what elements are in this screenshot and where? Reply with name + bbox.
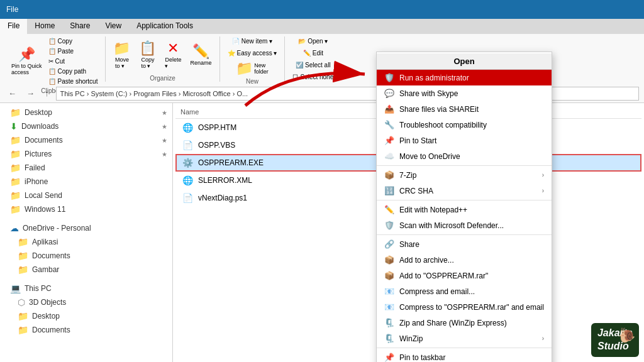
sidebar-item-label: Desktop: [32, 312, 60, 321]
tab-home[interactable]: Home: [27, 19, 62, 34]
tab-application-tools[interactable]: Application Tools: [129, 19, 201, 34]
ctx-pin-taskbar[interactable]: 📌 Pin to taskbar: [377, 349, 552, 362]
ctx-pin-start-label: Pin to Start: [399, 136, 436, 145]
move-onedrive-icon: ☁️: [384, 151, 394, 161]
ctx-edit-notepad[interactable]: ✏️ Edit with Notepad++: [377, 202, 552, 217]
sidebar-item-downloads[interactable]: ⬇ Downloads ★: [0, 119, 172, 133]
scan-defender-icon: 🛡️: [384, 221, 394, 230]
open-select-group: 📂 Open ▾ ✏️ Edit ☑️ Select all ☐ Select …: [285, 36, 341, 82]
sidebar-item-3dobjects[interactable]: ⬡ 3D Objects: [0, 295, 172, 309]
sidebar-item-documents3[interactable]: 📁 Documents: [0, 323, 172, 337]
ctx-share-label: Share: [399, 240, 419, 249]
sidebar-item-failed[interactable]: 📁 Failed: [0, 161, 172, 175]
ctx-winzip[interactable]: 🗜️ WinZip ›: [377, 331, 552, 346]
run-as-admin-icon: 🛡️: [384, 73, 394, 82]
sidebar-item-documents2[interactable]: 📁 Documents: [0, 249, 172, 263]
ctx-scan-defender[interactable]: 🛡️ Scan with Microsoft Defender...: [377, 217, 552, 233]
ctx-compress-rar-email[interactable]: 📧 Compress to "OSPPREARM.rar" and email: [377, 299, 552, 315]
ctx-move-onedrive[interactable]: ☁️ Move to OneDrive: [377, 148, 552, 164]
up-button[interactable]: ↑: [42, 87, 52, 99]
local-send-folder-icon: 📁: [10, 190, 21, 200]
failed-folder-icon: 📁: [10, 163, 21, 173]
clipboard-group: 📌 Pin to Quickaccess 📋 Copy 📋 Paste ✂ Cu…: [4, 36, 106, 82]
ctx-compress-email[interactable]: 📧 Compress and email...: [377, 283, 552, 299]
troubleshoot-icon: 🔧: [384, 120, 394, 129]
select-none-button[interactable]: ☐ Select none: [290, 72, 336, 82]
ctx-run-as-admin-label: Run as administrator: [399, 74, 469, 82]
scissors-icon: ✂: [48, 58, 53, 65]
open-button[interactable]: 📂 Open ▾: [296, 36, 330, 46]
sidebar-item-thispc[interactable]: 💻 This PC: [0, 282, 172, 295]
ctx-add-rar[interactable]: 📦 Add to "OSPPREARM.rar": [377, 268, 552, 283]
ctx-share-skype[interactable]: 💬 Share with Skype: [377, 85, 552, 101]
ctx-troubleshoot[interactable]: 🔧 Troubleshoot compatibility: [377, 117, 552, 133]
sidebar-item-pictures[interactable]: 📁 Pictures ★: [0, 147, 172, 161]
cut-button[interactable]: ✂ Cut: [46, 57, 101, 66]
sidebar-item-label: Documents: [25, 136, 63, 145]
easy-access-button[interactable]: ⭐ Easy access ▾: [225, 48, 280, 58]
context-menu: Open 🛡️ Run as administrator 💬 Share wit…: [376, 52, 552, 362]
sidebar-item-label: Local Send: [25, 191, 62, 200]
file-name: SLERROR.XML: [198, 176, 252, 185]
copy-button[interactable]: 📋 Copy: [46, 36, 101, 46]
ctx-pin-start[interactable]: 📌 Pin to Start: [377, 133, 552, 148]
sidebar-item-windows11[interactable]: 📁 Windows 11: [0, 202, 172, 216]
move-to-button[interactable]: 📁 Moveto ▾: [111, 40, 133, 70]
ctx-run-as-admin[interactable]: 🛡️ Run as administrator: [377, 70, 552, 85]
sidebar-item-desktop2[interactable]: 📁 Desktop: [0, 309, 172, 323]
sidebar-item-label: iPhone: [25, 177, 48, 186]
delete-button[interactable]: ✕ Delete▾: [162, 40, 184, 70]
select-none-icon: ☐: [292, 74, 298, 80]
paste-shortcut-button[interactable]: 📋 Paste shortcut: [46, 77, 101, 86]
column-name: Name: [180, 108, 199, 116]
sidebar-item-onedrive[interactable]: ☁ OneDrive - Personal: [0, 221, 172, 235]
ctx-add-archive[interactable]: 📦 Add to archive...: [377, 252, 552, 268]
separator2: [377, 200, 552, 200]
new-item-button[interactable]: 📄 New item ▾: [230, 36, 275, 46]
sidebar-item-local-send[interactable]: 📁 Local Send: [0, 189, 172, 202]
new-folder-icon: 📁: [236, 62, 253, 75]
edit-icon: ✏️: [303, 50, 311, 57]
select-all-label: Select all: [305, 62, 331, 69]
edit-notepad-icon: ✏️: [384, 205, 394, 214]
copy-path-button[interactable]: 📋 Copy path: [46, 67, 101, 76]
move-to-label: Moveto ▾: [115, 57, 129, 69]
select-all-button[interactable]: ☑️ Select all: [293, 60, 333, 70]
windows11-folder-icon: 📁: [10, 204, 21, 214]
ctx-crcsha[interactable]: 🔢 CRC SHA ›: [377, 183, 552, 199]
new-item-label: New item ▾: [242, 38, 272, 45]
copy-icon: 📋: [48, 38, 56, 45]
separator3: [377, 234, 552, 235]
sidebar-item-iphone[interactable]: 📁 iPhone: [0, 175, 172, 189]
ctx-share-shareit[interactable]: 📤 Share files via SHAREit: [377, 101, 552, 117]
paste-button[interactable]: 📋 Paste: [46, 47, 101, 56]
copy-to-button[interactable]: 📋 Copyto ▾: [136, 40, 158, 70]
move-to-icon: 📁: [113, 41, 130, 55]
ctx-share[interactable]: 🔗 Share: [377, 236, 552, 252]
rename-button[interactable]: ✏️ Rename: [187, 43, 214, 67]
sidebar-item-gambar[interactable]: 📁 Gambar: [0, 263, 172, 277]
open-icon: 📂: [298, 38, 306, 45]
3dobjects-icon: ⬡: [18, 297, 25, 307]
back-button[interactable]: ←: [5, 87, 19, 99]
copy-label: Copy: [58, 38, 72, 45]
gambar-folder-icon: 📁: [18, 265, 28, 275]
ctx-7zip[interactable]: 📦 7-Zip ›: [377, 167, 552, 183]
rename-label: Rename: [190, 60, 211, 66]
sidebar-item-label: Documents: [32, 251, 70, 260]
tab-share[interactable]: Share: [62, 19, 97, 34]
forward-button[interactable]: →: [23, 87, 38, 99]
ctx-zip-share[interactable]: 🗜️ Zip and Share (WinZip Express): [377, 315, 552, 331]
new-folder-button[interactable]: 📁 Newfolder: [233, 60, 271, 77]
edit-button[interactable]: ✏️ Edit: [301, 48, 326, 58]
pin-quick-access-button[interactable]: 📌 Pin to Quickaccess: [9, 47, 45, 77]
jakarta-studio-badge: Jakarta Studio 🐌: [591, 323, 639, 357]
zip-share-icon: 🗜️: [384, 318, 394, 327]
sidebar-item-documents[interactable]: 📁 Documents ★: [0, 133, 172, 147]
file-name: OSPP.HTM: [198, 123, 236, 132]
tab-file[interactable]: File: [0, 19, 27, 34]
sidebar-item-aplikasi[interactable]: 📁 Aplikasi: [0, 235, 172, 249]
sidebar-item-desktop[interactable]: 📁 Desktop ★: [0, 106, 172, 119]
pin-taskbar-icon: 📌: [384, 353, 394, 362]
tab-view[interactable]: View: [97, 19, 129, 34]
